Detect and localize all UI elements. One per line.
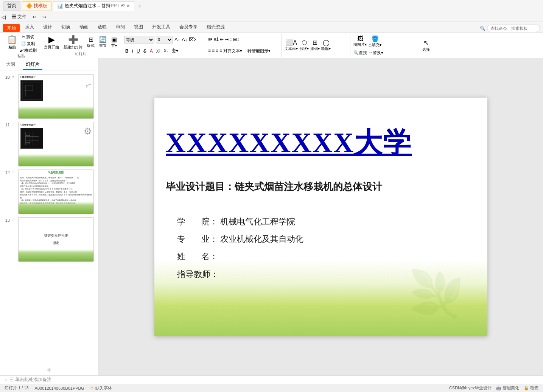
tab-find[interactable]: 🔶 找模板 [22, 1, 51, 11]
clear-format-btn[interactable]: ⌦ [189, 37, 196, 42]
grass-bg-11 [19, 154, 93, 166]
indent-increase-btn[interactable]: ⇥ [225, 37, 229, 42]
btn-image[interactable]: 🖼 图图片▾ [353, 35, 367, 47]
tab-home[interactable]: 首页 [3, 1, 20, 11]
change-case-btn[interactable]: 变▾ [170, 47, 179, 54]
btn-new-slide[interactable]: ➕ 新建幻灯片 [62, 34, 84, 51]
notes-placeholder: 三 单击此处添加备注 [9, 376, 51, 383]
right-info: CSDN@biyez毕业设计 [449, 385, 492, 391]
search-icon: 🔍 [480, 26, 485, 31]
add-slide-button[interactable]: + [0, 365, 98, 375]
btn-format-painter[interactable]: 🖌格式刷 [19, 48, 37, 53]
ribbon-tab-daoke[interactable]: 稻壳资源 [202, 22, 229, 32]
play-icon: ▶ [48, 35, 55, 45]
bullet-list-btn[interactable]: ≡• [208, 37, 212, 42]
italic-btn[interactable]: I [131, 48, 134, 54]
btn-section[interactable]: ▣ 节▾ [110, 35, 118, 49]
btn-select[interactable]: ↖ 选择 [420, 34, 432, 57]
btn-reset[interactable]: 🔄 重置 [98, 35, 108, 49]
watermark-status[interactable]: 🔒 稻壳 [524, 385, 538, 391]
btn-outline[interactable]: ◯ 轮廓▾ [321, 39, 331, 51]
slide-list: 10 ★ 3.模仿零件设计 [0, 70, 98, 365]
notes-bar[interactable]: ≡ 三 单击此处添加备注 [0, 375, 543, 384]
cad-drawing [20, 80, 43, 101]
ribbon-tab-slideshow[interactable]: 放映 [93, 22, 111, 32]
ribbon-tab-view[interactable]: 视图 [129, 22, 148, 32]
btn-find[interactable]: 🔍查找 [353, 50, 367, 56]
tab-slides[interactable]: 幻灯片 [23, 60, 42, 70]
ribbon-tab-dev[interactable]: 开发工具 [148, 22, 175, 32]
superscript-btn[interactable]: X² [155, 48, 162, 54]
font-size-select[interactable]: 0 [156, 36, 173, 44]
btn-fill[interactable]: 🪣 △填充▾ [368, 35, 381, 48]
ribbon-tabs: 开始 插入 设计 切换 动画 放映 审阅 视图 开发工具 会员专享 稻壳资源 🔍 [0, 22, 543, 33]
slide-item-13[interactable]: 13 ☆ 请评委批评指正 谢谢 [2, 216, 96, 263]
college-label: 学 院： [177, 217, 218, 226]
grass-bg [19, 106, 93, 118]
btn-replace[interactable]: ↔替换▾ [369, 50, 383, 56]
btn-paste[interactable]: 📋 粘贴 [5, 34, 19, 53]
ribbon-tab-start[interactable]: 开始 [3, 24, 20, 32]
ribbon-tab-member[interactable]: 会员专享 [175, 22, 202, 32]
add-tab-button[interactable]: + [136, 2, 144, 10]
font-color-btn[interactable]: A [149, 48, 154, 54]
slide-subtitle[interactable]: 毕业设计题目：链夹式烟苗注水移栽机的总体设计 [166, 180, 382, 193]
subscript-btn[interactable]: X₂ [163, 48, 169, 54]
font-grow-btn[interactable]: A↑ [174, 37, 180, 42]
font-warning[interactable]: ⚠ 缺失字体 [90, 385, 112, 391]
add-slide-icon: + [47, 366, 51, 375]
text-direction-btn[interactable]: ⊞↕ [233, 37, 239, 42]
slide-thumb-13: 请评委批评指正 谢谢 [18, 217, 94, 262]
btn-layout[interactable]: ⊞ 版式 [86, 35, 96, 49]
font-warning-label: 缺失字体 [95, 385, 112, 391]
slide-item-11[interactable]: 11 ☆ 4.关键零件设计 41.00 [2, 121, 96, 167]
btn-cut[interactable]: ✂剪切 [22, 34, 34, 40]
slide-star-12: ☆ [11, 170, 17, 174]
ribbon-tab-insert[interactable]: 插入 [20, 22, 39, 32]
align-center-btn[interactable]: ≡ [212, 48, 215, 54]
menu-icon-prev[interactable]: ◁ [2, 14, 6, 20]
slide-star-11: ☆ [11, 122, 17, 127]
align-right-btn[interactable]: ≡ [216, 48, 218, 54]
menu-redo[interactable]: ↪ [39, 14, 49, 20]
align-text-btn[interactable]: 对齐文本▾ [223, 48, 242, 54]
tab-outline[interactable]: 大纲 [3, 60, 18, 70]
convert-smartart-btn[interactable]: →转智能图形▾ [243, 48, 271, 54]
btn-shape[interactable]: ⬡ 形状▾ [299, 39, 309, 51]
cad-drawing-11: 41.00 70.00 [20, 128, 43, 149]
bold-btn[interactable]: B [124, 48, 130, 54]
tab-doc-active[interactable]: 📊 链夹式烟苗注水... 答辩PPT 🗗 ✕ [53, 1, 134, 11]
restore-icon[interactable]: 🗗 [121, 4, 125, 8]
indent-decrease-btn[interactable]: ⇤ [220, 37, 224, 42]
font-shrink-btn[interactable]: A↓ [182, 37, 187, 42]
btn-textbox[interactable]: ⬜A 文本框▾ [285, 39, 298, 51]
underline-btn[interactable]: U [135, 48, 141, 54]
slide-title[interactable]: XXXXXXXXX大学 [166, 124, 484, 162]
ribbon-tab-transition[interactable]: 切换 [57, 22, 75, 32]
strikethrough-btn[interactable]: S [142, 48, 148, 54]
ribbon-tab-review[interactable]: 审阅 [111, 22, 129, 32]
align-justify-btn[interactable]: ≡ [219, 48, 222, 54]
replace-icon: ↔ [369, 50, 373, 55]
ai-btn[interactable]: 🤖 智能美化 [496, 385, 519, 391]
align-left-btn[interactable]: ≡ [208, 48, 211, 54]
btn-copy[interactable]: 📑复制 [21, 41, 35, 47]
slide-item-10[interactable]: 10 ★ 3.模仿零件设计 [2, 73, 96, 120]
font-name-select[interactable]: 等线 [124, 36, 154, 44]
line-spacing-btn[interactable]: ↕ [230, 37, 232, 42]
ribbon-search-input[interactable] [487, 25, 540, 32]
menu-file[interactable]: ☰ 文件 [9, 13, 30, 21]
btn-sort[interactable]: ⊞ 排列▾ [310, 39, 320, 51]
menu-undo[interactable]: ↩ [30, 14, 39, 20]
slide-item-12[interactable]: 12 ☆ 5.总结及展望 总结：完成链夹式烟苗移栽机化，各项完成工程一：。链钳自… [2, 169, 96, 215]
editor-canvas[interactable]: 🌿 XXXXXXXXX大学 毕业设计题目：链夹式烟苗注水移栽机的总体设计 学 院… [98, 58, 543, 375]
btn-play-current[interactable]: ▶ 当页开始 [42, 34, 61, 51]
slide-12-title: 5.总结及展望 [19, 170, 93, 176]
close-doc-icon[interactable]: ✕ [126, 3, 130, 9]
ribbon-tab-animation[interactable]: 动画 [75, 22, 93, 32]
number-list-btn[interactable]: ≡1 [213, 37, 219, 42]
editor-area: 🌿 XXXXXXXXX大学 毕业设计题目：链夹式烟苗注水移栽机的总体设计 学 院… [98, 58, 543, 375]
ribbon-tab-design[interactable]: 设计 [39, 22, 57, 32]
major-label: 专 业： [177, 234, 218, 244]
slide-canvas[interactable]: 🌿 XXXXXXXXX大学 毕业设计题目：链夹式烟苗注水移栽机的总体设计 学 院… [154, 98, 487, 336]
